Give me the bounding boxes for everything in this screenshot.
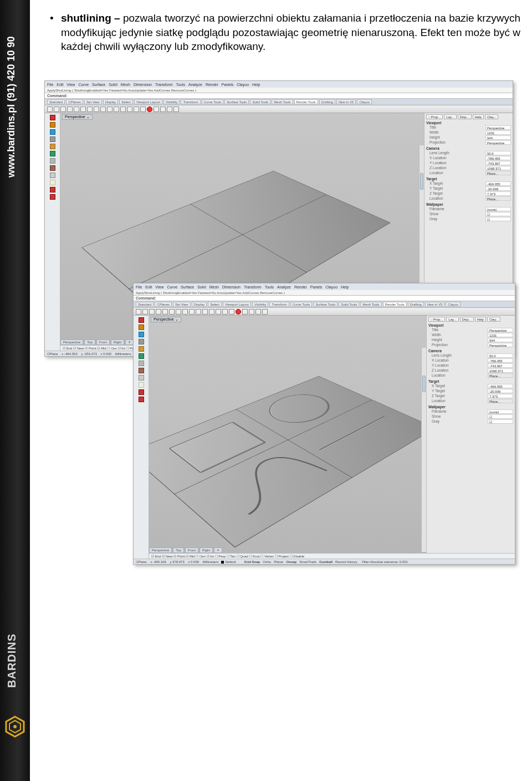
view-tabs[interactable]: PerspectiveTopFrontRight✦ bbox=[60, 339, 134, 345]
side-toolbar[interactable] bbox=[45, 113, 60, 356]
emboss-circle bbox=[257, 389, 342, 429]
content: •shutlining – pozwala tworzyć na powierz… bbox=[44, 11, 521, 64]
view-tabs[interactable]: PerspectiveTopFrontRight✦ bbox=[149, 547, 222, 553]
svg-point-2 bbox=[13, 725, 17, 728]
properties-panel[interactable]: Prop...Lay...Disp...HelpClay... Viewport… bbox=[426, 316, 515, 564]
command-prompt[interactable]: Command: bbox=[45, 93, 513, 99]
brand-hex-icon bbox=[4, 716, 26, 738]
screenshot-after: FileEditViewCurveSurfaceSolidMeshDimensi… bbox=[133, 283, 515, 565]
brand-text: BARDINS bbox=[6, 633, 18, 688]
command-prompt[interactable]: Command: bbox=[134, 296, 515, 301]
emboss-line bbox=[319, 416, 385, 450]
scrollbar-vertical[interactable] bbox=[421, 348, 426, 552]
status-row: CPlane x -435.106 y 378.973 z 0.000 Mill… bbox=[134, 559, 515, 564]
tool-tabs[interactable]: StandardCPlanesSet ViewDisplaySelectView… bbox=[134, 301, 515, 308]
bullet-paragraph: •shutlining – pozwala tworzyć na powierz… bbox=[61, 11, 521, 54]
term: shutlining – bbox=[61, 12, 123, 24]
panel-tabs[interactable]: Prop...Lay...Disp...HelpClay... bbox=[428, 317, 513, 322]
toolbar-icons[interactable] bbox=[45, 105, 513, 113]
viewport-label[interactable]: Perspective ⌄ bbox=[151, 317, 181, 322]
menubar[interactable]: FileEditViewCurveSurfaceSolidMeshDimensi… bbox=[45, 81, 513, 88]
work-area: Perspective ⌄ Prop...Lay...Disp...HelpCl… bbox=[134, 316, 515, 564]
side-toolbar[interactable] bbox=[134, 316, 149, 564]
contact-text: www.bardins.pl (91) 420 10 90 bbox=[6, 37, 17, 178]
osnap-row[interactable]: ☑ End ☑ Near ☑ Point ☑ Mid ☐ Cen ☑ Int ☐… bbox=[149, 553, 515, 559]
command-history: ApplyShutLining ( ShutliningEnabled=Yes … bbox=[134, 290, 515, 296]
menubar[interactable]: FileEditViewCurveSurfaceSolidMeshDimensi… bbox=[134, 283, 515, 290]
panel-tabs[interactable]: Prop...Lay...Disp...HelpClay... bbox=[426, 114, 511, 119]
viewport[interactable]: Perspective ⌄ bbox=[149, 316, 426, 564]
paragraph-body: pozwala tworzyć na powierzchni obiektu z… bbox=[61, 12, 520, 52]
tool-tabs[interactable]: StandardCPlanesSet ViewDisplaySelectView… bbox=[45, 99, 513, 105]
toolbar-icons[interactable] bbox=[134, 308, 515, 316]
plane-surface-embossed bbox=[149, 376, 426, 547]
command-history: ApplyShutLining ( ShutliningEnabled=Yes … bbox=[45, 88, 513, 93]
left-gradient-bar: www.bardins.pl (91) 420 10 90 BARDINS bbox=[0, 0, 30, 781]
viewport-label[interactable]: Perspective ⌄ bbox=[62, 114, 93, 120]
